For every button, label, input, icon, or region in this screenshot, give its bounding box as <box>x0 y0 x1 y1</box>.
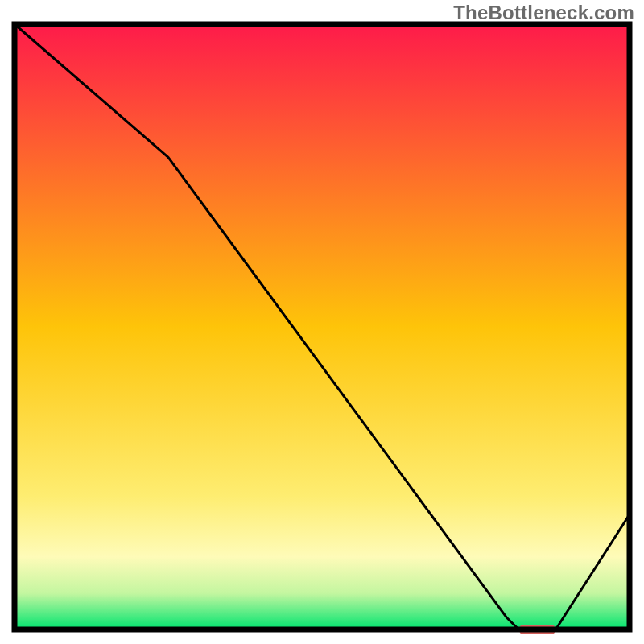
bottleneck-chart <box>0 0 644 644</box>
watermark-text: TheBottleneck.com <box>453 2 634 24</box>
chart-background <box>14 24 630 630</box>
